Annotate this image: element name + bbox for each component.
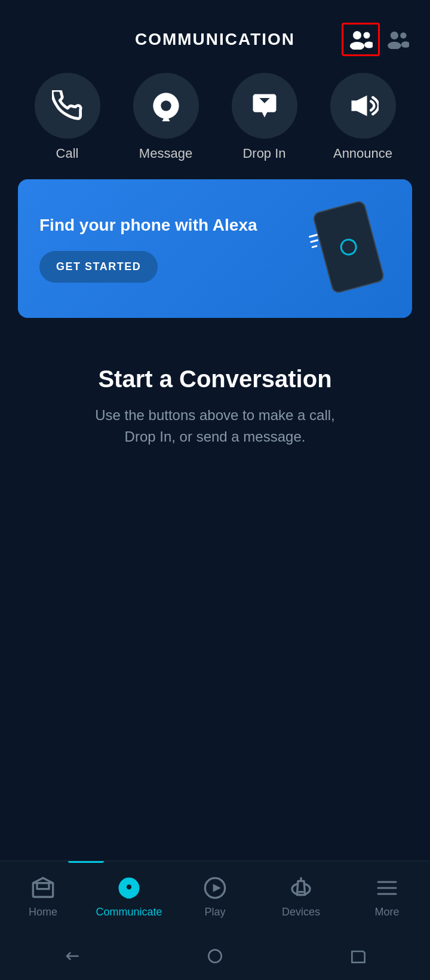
phone-icon [52, 90, 83, 121]
phone-body [312, 200, 385, 295]
svg-point-28 [208, 950, 221, 962]
recents-button[interactable] [346, 944, 370, 968]
svg-point-6 [400, 32, 406, 38]
nav-communicate-label: Communicate [96, 906, 162, 918]
devices-icon [288, 875, 314, 901]
dropin-icon [249, 90, 280, 121]
svg-point-1 [350, 42, 364, 50]
home-system-button[interactable] [203, 944, 227, 968]
more-icon [374, 875, 400, 901]
call-label: Call [56, 146, 79, 161]
header-icons [342, 23, 412, 56]
svg-point-9 [161, 100, 171, 111]
phone-illustration [302, 194, 395, 299]
bottom-nav: Home Communicate Play [0, 860, 430, 932]
conversation-title: Start a Conversation [36, 366, 394, 393]
svg-point-4 [391, 32, 398, 39]
promo-title: Find your phone with Alexa [39, 215, 295, 236]
message-label: Message [139, 146, 192, 161]
announce-button[interactable]: Announce [330, 73, 396, 161]
contacts-extra-icon[interactable] [383, 25, 412, 54]
promo-phone-image [295, 201, 391, 296]
message-button[interactable]: Message [133, 73, 199, 161]
svg-marker-12 [260, 110, 268, 118]
nav-communicate[interactable]: Communicate [86, 875, 172, 918]
svg-rect-16 [37, 883, 49, 889]
announce-icon-circle [330, 73, 396, 139]
announce-icon [348, 90, 379, 121]
svg-point-0 [353, 31, 361, 39]
action-buttons-row: Call Message Drop In [0, 61, 430, 167]
contacts-group-icon [349, 29, 373, 50]
conversation-subtitle: Use the buttons above to make a call,Dro… [36, 405, 394, 448]
nav-play[interactable]: Play [172, 875, 258, 918]
announce-label: Announce [333, 146, 392, 161]
call-icon-circle [35, 73, 100, 139]
get-started-button[interactable]: GET STARTED [39, 251, 158, 283]
conversation-section: Start a Conversation Use the buttons abo… [0, 330, 430, 471]
svg-point-3 [364, 42, 373, 48]
home-icon [30, 875, 56, 901]
nav-more[interactable]: More [344, 875, 430, 918]
svg-marker-23 [213, 884, 221, 892]
alexa-ring-icon [339, 237, 359, 257]
promo-banner: Find your phone with Alexa GET STARTED [18, 179, 412, 318]
svg-marker-14 [351, 96, 367, 117]
back-button[interactable] [60, 944, 84, 968]
communicate-icon [116, 875, 142, 901]
dropin-icon-circle [232, 73, 297, 139]
svg-point-2 [364, 32, 370, 39]
svg-point-20 [126, 884, 132, 890]
system-nav [0, 932, 430, 980]
promo-text: Find your phone with Alexa GET STARTED [39, 215, 295, 282]
page-title: COMMUNICATION [135, 30, 295, 49]
nav-home-label: Home [29, 906, 57, 918]
svg-point-7 [401, 41, 409, 47]
dropin-label: Drop In [242, 146, 285, 161]
header: COMMUNICATION [0, 0, 430, 61]
dropin-button[interactable]: Drop In [232, 73, 297, 161]
call-button[interactable]: Call [35, 73, 100, 161]
nav-devices[interactable]: Devices [258, 875, 344, 918]
nav-home[interactable]: Home [0, 875, 86, 918]
message-icon [150, 90, 182, 121]
contacts-icon-highlighted[interactable] [342, 23, 380, 56]
nav-devices-label: Devices [282, 906, 320, 918]
message-icon-circle [133, 73, 199, 139]
svg-point-5 [388, 42, 401, 49]
nav-play-label: Play [204, 906, 225, 918]
play-icon [202, 875, 228, 901]
contacts-plain-icon [386, 30, 409, 49]
nav-more-label: More [374, 906, 399, 918]
active-nav-indicator [68, 861, 104, 863]
